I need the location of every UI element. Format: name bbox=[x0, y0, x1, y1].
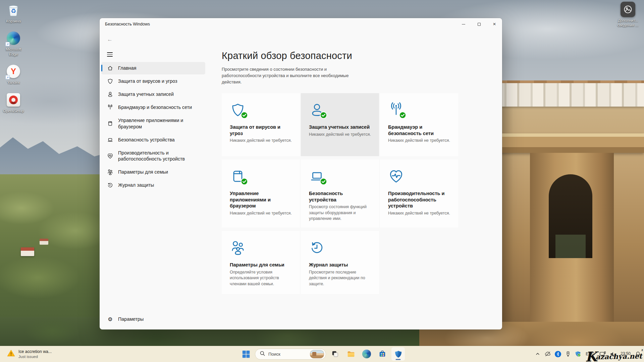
desktop-icon-label: Microsoft Edge bbox=[1, 47, 26, 57]
card-description: Никаких действий не требуется. bbox=[388, 138, 450, 143]
desktop-icon-label: Дополнит... сведения ... bbox=[618, 18, 639, 28]
desktop-icon-additional-info[interactable]: Дополнит... сведения ... bbox=[615, 2, 641, 28]
hidden-icons-chevron[interactable] bbox=[533, 348, 542, 360]
display-network-icon[interactable] bbox=[598, 348, 607, 360]
desktop-icon-label: Yandex bbox=[7, 80, 20, 85]
sidebar-item-network[interactable]: Брандмауэр и безопасность сети bbox=[101, 101, 205, 114]
search-icon bbox=[260, 351, 265, 358]
sidebar-item-history[interactable]: Журнал защиты bbox=[101, 179, 205, 191]
taskbar: Ice accretion wa... Just issued Поиск bbox=[0, 346, 644, 362]
widget-subtitle: Just issued bbox=[18, 354, 52, 359]
close-button[interactable]: ✕ bbox=[487, 18, 502, 30]
sidebar-item-family[interactable]: Параметры для семьи bbox=[101, 166, 205, 178]
card-device[interactable]: Безопасность устройстваПросмотр состояни… bbox=[301, 160, 379, 228]
store-button[interactable] bbox=[376, 347, 389, 361]
windows-security-button[interactable] bbox=[391, 347, 405, 361]
sidebar-item-apps[interactable]: Управление приложениями и браузером bbox=[101, 114, 205, 133]
card-network[interactable]: Брандмауэр и безопасность сетиНикаких де… bbox=[380, 93, 458, 156]
wallpaper-house bbox=[21, 247, 34, 256]
task-view-button[interactable] bbox=[328, 347, 342, 361]
search-input[interactable]: Поиск bbox=[255, 349, 326, 360]
card-title: Журнал защиты bbox=[309, 262, 370, 268]
weather-alert-icon bbox=[7, 349, 15, 359]
card-description: Никаких действий не требуется. bbox=[230, 210, 292, 216]
desktop-icons-column: ♻Корзина↗Microsoft EdgeY↗YandexOperaSetu… bbox=[1, 3, 26, 113]
sidebar-item-shield[interactable]: Защита от вирусов и угроз bbox=[101, 75, 205, 87]
desktop-icon-yandex-browser[interactable]: Y↗Yandex bbox=[1, 64, 26, 85]
desktop-icon-microsoft-edge[interactable]: ↗Microsoft Edge bbox=[1, 31, 26, 57]
sidebar-item-label: Защита от вирусов и угроз bbox=[118, 78, 177, 84]
maximize-button[interactable] bbox=[471, 18, 487, 30]
sidebar-item-label: Брандмауэр и безопасность сети bbox=[118, 104, 192, 111]
minimize-button[interactable] bbox=[456, 18, 471, 30]
sidebar-item-label: Журнал защиты bbox=[118, 182, 154, 188]
network-icon bbox=[107, 104, 113, 111]
desktop-icon-label: Корзина bbox=[6, 19, 21, 23]
windows-logo-icon bbox=[242, 350, 250, 358]
device-icon bbox=[309, 168, 325, 184]
card-title: Защита учетных записей bbox=[309, 124, 370, 130]
back-button[interactable]: ← bbox=[107, 36, 116, 44]
apps-icon bbox=[230, 168, 246, 184]
card-title: Производительность и работоспособность у… bbox=[388, 190, 449, 209]
language-indicator[interactable]: ENG bbox=[583, 348, 597, 360]
desktop-icon-opera-setup[interactable]: OperaSetup bbox=[1, 93, 26, 113]
family-icon bbox=[230, 240, 246, 256]
sidebar-item-home[interactable]: Главная bbox=[101, 62, 205, 74]
onedrive-offline-icon[interactable] bbox=[543, 348, 552, 360]
card-description: Просмотрите последние действия и рекомен… bbox=[309, 269, 371, 287]
notification-bell-icon[interactable]: z bbox=[633, 348, 643, 360]
window-title: Безопасность Windows bbox=[105, 22, 150, 26]
desktop: ♻Корзина↗Microsoft EdgeY↗YandexOperaSetu… bbox=[0, 0, 644, 362]
edge-button[interactable] bbox=[360, 347, 373, 361]
shield-icon bbox=[230, 102, 246, 118]
sidebar-item-label: Защита учетных записей bbox=[118, 91, 174, 98]
window-titlebar: Безопасность Windows ✕ bbox=[100, 18, 502, 30]
sidebar-item-person[interactable]: Защита учетных записей bbox=[101, 88, 205, 101]
card-title: Брандмауэр и безопасность сети bbox=[388, 124, 449, 136]
svg-text:♻: ♻ bbox=[11, 7, 16, 14]
sidebar-item-label: Производительность и работоспособность у… bbox=[118, 150, 199, 163]
card-description: Никаких действий не требуется. bbox=[230, 138, 292, 143]
sidebar-item-label: Параметры для семьи bbox=[118, 169, 168, 175]
windows-security-window: Безопасность Windows ✕ ← ГлавнаяЗащита о… bbox=[100, 18, 502, 329]
desktop-icon-recycle-bin[interactable]: ♻Корзина bbox=[1, 3, 26, 23]
yandex-browser-icon: Y↗ bbox=[6, 64, 21, 79]
dnd-z-glyph: z bbox=[642, 348, 643, 352]
menu-toggle-button[interactable] bbox=[107, 52, 113, 57]
start-button[interactable] bbox=[239, 347, 253, 361]
security-tray-icon[interactable] bbox=[573, 348, 583, 360]
card-family[interactable]: Параметры для семьиОпределяйте условия и… bbox=[222, 231, 300, 294]
clock[interactable]: 23:50 bbox=[619, 348, 633, 360]
card-apps[interactable]: Управление приложениями и браузеромНикак… bbox=[222, 160, 300, 228]
card-description: Никаких действий не требуется. bbox=[309, 132, 371, 137]
recycle-bin-icon: ♻ bbox=[6, 3, 21, 17]
device-icon bbox=[107, 137, 113, 143]
usb-device-icon[interactable] bbox=[563, 348, 573, 360]
widgets-button[interactable]: Ice accretion wa... Just issued bbox=[3, 346, 55, 362]
edge-icon bbox=[362, 350, 371, 358]
wallpaper-arch-light bbox=[555, 235, 586, 258]
page-title: Краткий обзор безопасности bbox=[222, 50, 352, 61]
card-shield[interactable]: Защита от вирусов и угрозНикаких действи… bbox=[222, 93, 300, 156]
card-description: Определяйте условия использования устрой… bbox=[230, 269, 292, 287]
sidebar-item-health[interactable]: Производительность и работоспособность у… bbox=[101, 147, 205, 166]
card-title: Безопасность устройства bbox=[309, 190, 370, 203]
card-person[interactable]: Защита учетных записейНикаких действий н… bbox=[301, 93, 379, 156]
sidebar-item-settings[interactable]: ⚙ Параметры bbox=[101, 313, 205, 325]
bluetooth-icon[interactable] bbox=[553, 348, 562, 360]
card-history[interactable]: Журнал защитыПросмотрите последние дейст… bbox=[301, 231, 379, 294]
wallpaper-house bbox=[40, 239, 48, 245]
file-explorer-button[interactable] bbox=[344, 347, 358, 361]
card-health[interactable]: Производительность и работоспособность у… bbox=[380, 160, 458, 228]
sidebar-item-device[interactable]: Безопасность устройства bbox=[101, 134, 205, 146]
sidebar-item-label: Главная bbox=[118, 65, 136, 71]
page-subtitle: Просмотрите сведения о состоянии безопас… bbox=[222, 66, 353, 85]
card-title: Защита от вирусов и угроз bbox=[230, 124, 291, 136]
volume-muted-icon[interactable] bbox=[608, 348, 618, 360]
sidebar-item-label: Безопасность устройства bbox=[118, 137, 175, 143]
person-icon bbox=[107, 91, 113, 98]
history-icon bbox=[107, 182, 113, 188]
history-icon bbox=[309, 240, 325, 256]
wallpaper-bridge-deck bbox=[493, 133, 644, 153]
